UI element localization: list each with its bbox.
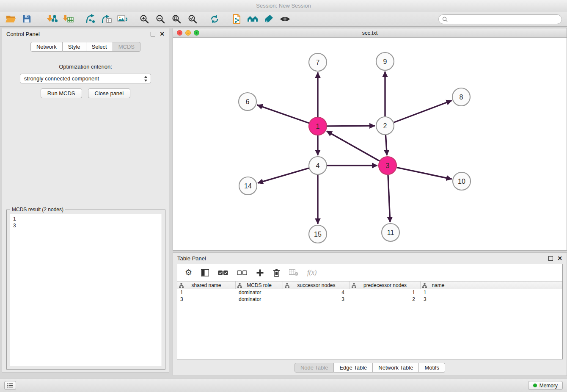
edge-4-14[interactable] <box>258 168 309 183</box>
show-details-icon[interactable] <box>278 13 291 25</box>
tab-style[interactable]: Style <box>63 42 86 52</box>
add-column-icon[interactable] <box>256 268 264 278</box>
node-label: 15 <box>314 231 322 238</box>
select-all-icon[interactable] <box>218 268 228 278</box>
edge-2-8[interactable] <box>394 100 452 122</box>
edge-1-6[interactable] <box>257 105 309 123</box>
node-7[interactable]: 7 <box>309 53 327 71</box>
tab-network[interactable]: Network <box>30 42 63 52</box>
column-header-shared-name[interactable]: shared name <box>177 282 236 289</box>
zoom-in-icon[interactable] <box>138 13 151 25</box>
search-box[interactable] <box>438 14 562 24</box>
edge-1-2[interactable] <box>327 126 375 126</box>
tab-select[interactable]: Select <box>86 42 113 52</box>
window-minimize-icon[interactable]: − <box>185 30 191 36</box>
save-session-icon[interactable] <box>20 13 33 25</box>
show-columns-icon[interactable] <box>201 268 209 278</box>
import-table-icon[interactable] <box>62 13 74 25</box>
first-neighbors-icon[interactable] <box>246 13 259 25</box>
folder-back <box>6 16 15 19</box>
control-panel-title: Control Panel <box>6 31 40 37</box>
run-mcds-button[interactable]: Run MCDS <box>41 88 82 98</box>
cell-predecessor-nodes: 2 <box>350 296 421 303</box>
cell-successor-nodes: 3 <box>283 296 350 303</box>
close-table-panel-icon[interactable]: ✕ <box>557 256 562 261</box>
criterion-dropdown-value: strongly connected component <box>24 75 99 82</box>
export-network-icon[interactable] <box>230 13 243 25</box>
criterion-dropdown[interactable]: strongly connected component <box>20 74 151 83</box>
open-session-icon[interactable] <box>4 13 17 25</box>
window-close-icon[interactable]: × <box>177 30 182 36</box>
edge-3-11[interactable] <box>388 175 390 222</box>
tab-motifs[interactable]: Motifs <box>419 363 445 373</box>
node-label: 14 <box>244 182 252 190</box>
table-row[interactable]: 3dominator323 <box>177 296 562 303</box>
status-bar: Memory <box>0 378 567 392</box>
deselect-all-icon[interactable] <box>237 268 247 278</box>
float-table-panel-icon[interactable] <box>548 256 553 261</box>
node-10[interactable]: 10 <box>453 172 471 190</box>
edge-3-10[interactable] <box>397 168 452 179</box>
tab-edge-table[interactable]: Edge Table <box>334 363 373 373</box>
refresh-icon[interactable] <box>208 13 221 25</box>
column-header-successor-nodes[interactable]: successor nodes <box>283 282 350 289</box>
settings-gear-icon[interactable]: ⚙ <box>185 268 192 278</box>
table-row[interactable]: 1dominator411 <box>177 289 562 296</box>
node-label: 3 <box>386 162 390 169</box>
table-tab-bar: Node TableEdge TableNetwork TableMotifs <box>173 363 567 373</box>
tab-network-table[interactable]: Network Table <box>373 363 419 373</box>
node-2[interactable]: 2 <box>376 117 394 135</box>
node-label: 8 <box>460 94 463 101</box>
table-panel-title: Table Panel <box>177 255 206 262</box>
close-panel-icon[interactable]: ✕ <box>160 31 165 36</box>
column-label: predecessor nodes <box>363 282 407 288</box>
memory-button[interactable]: Memory <box>528 381 563 390</box>
node-14[interactable]: 14 <box>239 177 257 195</box>
table-panel: Table Panel ✕ ⚙ <box>173 252 567 376</box>
node-4[interactable]: 4 <box>309 157 327 174</box>
column-label: shared name <box>191 282 221 288</box>
delete-column-icon[interactable] <box>273 268 280 278</box>
main-toolbar <box>0 11 567 27</box>
export-image-icon[interactable] <box>116 13 129 25</box>
node-6[interactable]: 6 <box>239 93 256 110</box>
close-panel-button[interactable]: Close panel <box>88 88 131 98</box>
zoom-fit-icon[interactable] <box>170 13 183 25</box>
tab-node-table[interactable]: Node Table <box>295 363 334 373</box>
task-history-button[interactable] <box>4 381 16 390</box>
zoom-out-icon[interactable] <box>154 13 167 25</box>
column-header-mcds-role[interactable]: MCDS role <box>236 282 283 289</box>
tab-mcds[interactable]: MCDS <box>113 42 140 52</box>
result-item[interactable]: 1 <box>13 215 159 222</box>
column-header-name[interactable]: name <box>421 282 456 289</box>
node-label: 9 <box>383 58 387 65</box>
cell-successor-nodes: 4 <box>283 289 350 296</box>
edge-2-3[interactable] <box>385 135 387 155</box>
column-label: name <box>432 282 444 288</box>
node-label: 10 <box>458 178 465 185</box>
search-input[interactable] <box>448 16 558 22</box>
edge-3-1[interactable] <box>327 131 380 161</box>
import-network-icon[interactable] <box>46 13 58 25</box>
new-table-icon[interactable] <box>100 13 113 25</box>
node-15[interactable]: 15 <box>309 225 327 243</box>
column-header-predecessor-nodes[interactable]: predecessor nodes <box>350 282 421 289</box>
apply-style-icon[interactable] <box>262 13 275 25</box>
network-canvas[interactable]: 7968124314101511 <box>173 38 567 250</box>
cell-name: 3 <box>421 296 456 303</box>
node-11[interactable]: 11 <box>382 224 399 241</box>
float-panel-icon[interactable] <box>151 32 155 36</box>
result-item[interactable]: 3 <box>13 222 159 229</box>
dropdown-arrows-icon <box>144 75 148 83</box>
node-9[interactable]: 9 <box>376 52 394 70</box>
mcds-result-box: MCDS result (2 nodes) 13 <box>6 210 165 370</box>
column-label: successor nodes <box>297 282 335 288</box>
node-8[interactable]: 8 <box>452 88 470 106</box>
zoom-selected-icon[interactable] <box>186 13 199 25</box>
node-1[interactable]: 1 <box>309 117 327 135</box>
mcds-result-list[interactable]: 13 <box>10 214 162 366</box>
new-network-icon[interactable] <box>84 13 96 25</box>
window-zoom-icon[interactable]: + <box>194 30 199 36</box>
node-3[interactable]: 3 <box>379 157 396 174</box>
cell-name: 1 <box>421 289 456 296</box>
